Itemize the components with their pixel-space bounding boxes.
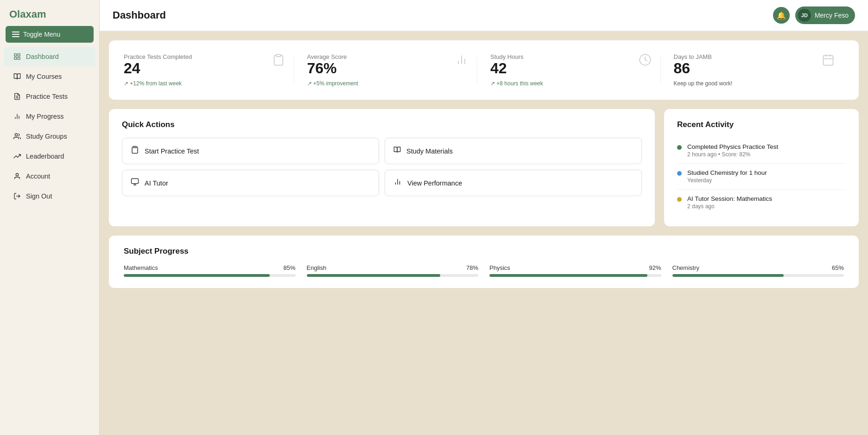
sidebar-item-account[interactable]: Account [4,166,95,186]
activity-title: Studied Chemistry for 1 hour [687,169,767,176]
sidebar-item-label: Study Groups [26,133,67,140]
sidebar-item-my-progress[interactable]: My Progress [4,107,95,126]
bar-chart-icon [13,112,21,121]
book-open-icon [13,72,21,81]
action-ai-tutor[interactable]: AI Tutor [122,170,379,196]
svg-point-9 [15,134,17,136]
stat-value: 86 [674,60,712,77]
progress-subject-header: English 78% [307,264,479,271]
progress-subject-english: English 78% [307,264,479,277]
app-logo: Olaxam [0,0,99,26]
sidebar-item-label: Dashboard [26,53,59,60]
stat-value: 76% [307,60,347,77]
main-content: Dashboard 🔔 JD Mercy Feso Practice Tests… [100,0,868,435]
sidebar: Olaxam Toggle Menu Dashboard My Courses … [0,0,100,435]
subject-name: Physics [489,264,510,271]
stat-trend: ↗ +12% from last week [124,80,285,87]
activity-title: AI Tutor Session: Mathematics [687,195,772,202]
progress-subject-physics: Physics 92% [489,264,661,277]
subject-name: English [307,264,327,271]
action-start-practice-test[interactable]: Start Practice Test [122,138,379,164]
stat-label: Days to JAMB [674,53,712,60]
toggle-menu-label: Toggle Menu [23,31,60,38]
monitor-icon [131,178,139,188]
activity-content: Studied Chemistry for 1 hour Yesterday [687,169,767,184]
nav-menu: Dashboard My Courses Practice Tests My P… [0,46,99,206]
stat-header: Practice Tests Completed 24 [124,53,285,77]
stat-header: Average Score 76% [307,53,469,77]
user-profile-button[interactable]: JD Mercy Feso [795,6,855,24]
recent-activity-card: Recent Activity Completed Physics Practi… [664,109,859,226]
users-icon [13,132,21,141]
progress-track [124,274,296,277]
stat-icon-1 [455,53,468,70]
progress-subject-chemistry: Chemistry 65% [672,264,844,277]
svg-rect-1 [18,54,20,56]
sidebar-item-label: My Progress [26,113,63,120]
notification-button[interactable]: 🔔 [773,7,790,24]
sidebar-item-label: Practice Tests [26,93,68,100]
progress-track [489,274,661,277]
sidebar-item-my-courses[interactable]: My Courses [4,67,95,86]
progress-subject-header: Physics 92% [489,264,661,271]
user-name: Mercy Feso [815,12,849,19]
subject-progress-card: Subject Progress Mathematics 85% English… [109,236,859,288]
page-header: Dashboard 🔔 JD Mercy Feso [100,0,868,31]
stat-trend: ↗ +8 hours this week [490,80,652,87]
page-title: Dashboard [113,9,166,21]
stat-value: 42 [490,60,524,77]
subject-pct: 85% [283,264,295,271]
stat-value: 24 [124,60,192,77]
action-view-performance[interactable]: View Performance [385,170,642,196]
activity-dot [677,145,682,150]
activity-dot [677,197,682,202]
action-study-materials[interactable]: Study Materials [385,138,642,164]
subject-name: Mathematics [124,264,158,271]
subject-pct: 92% [649,264,661,271]
activity-list: Completed Physics Practice Test 2 hours … [677,138,846,215]
svg-rect-3 [18,57,20,59]
recent-activity-title: Recent Activity [677,120,846,129]
sidebar-item-label: Account [26,173,50,180]
stat-note: Keep up the good work! [674,80,835,87]
progress-fill [489,274,647,277]
sidebar-item-leaderboard[interactable]: Leaderboard [4,147,95,166]
activity-content: Completed Physics Practice Test 2 hours … [687,143,778,158]
activity-dot [677,171,682,176]
trending-up-icon [13,152,21,160]
stat-item-1: Average Score 76% ↗ +5% improvement [294,53,478,87]
bar-chart-2-icon [393,178,402,188]
stat-trend: ↗ +5% improvement [307,80,469,87]
file-text-icon [13,92,21,101]
progress-subject-header: Mathematics 85% [124,264,296,271]
stat-item-3: Days to JAMB 86 Keep up the good work! [661,53,844,87]
sidebar-item-dashboard[interactable]: Dashboard [4,47,95,66]
sidebar-item-label: Leaderboard [26,153,64,160]
stat-header: Days to JAMB 86 [674,53,835,77]
progress-track [672,274,844,277]
stat-icon-0 [272,53,285,70]
dashboard-body: Practice Tests Completed 24 ↗ +12% from … [100,31,868,297]
svg-rect-0 [14,54,17,56]
svg-rect-21 [133,147,136,148]
stat-label: Study Hours [490,53,524,60]
subject-progress-title: Subject Progress [124,247,844,256]
activity-meta: 2 days ago [687,203,772,210]
sidebar-item-sign-out[interactable]: Sign Out [4,186,95,206]
progress-fill [307,274,441,277]
stat-label: Average Score [307,53,347,60]
sidebar-item-label: Sign Out [26,192,52,200]
svg-rect-2 [14,57,17,59]
activity-meta: 2 hours ago • Score: 82% [687,151,778,158]
toggle-menu-button[interactable]: Toggle Menu [6,26,94,43]
progress-grid: Mathematics 85% English 78% Physics 92% … [124,264,844,277]
stats-card: Practice Tests Completed 24 ↗ +12% from … [109,40,859,100]
sidebar-item-practice-tests[interactable]: Practice Tests [4,87,95,106]
sidebar-item-study-groups[interactable]: Study Groups [4,127,95,146]
subject-pct: 65% [832,264,844,271]
middle-row: Quick Actions Start Practice Test Study … [109,109,859,226]
book-open-icon [393,146,401,156]
user-icon [13,172,21,180]
stat-item-2: Study Hours 42 ↗ +8 hours this week [477,53,661,87]
activity-content: AI Tutor Session: Mathematics 2 days ago [687,195,772,210]
